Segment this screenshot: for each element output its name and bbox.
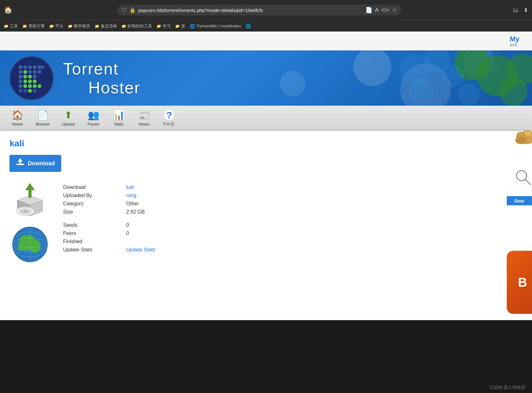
svg-point-47 xyxy=(25,211,26,212)
nav-home-label: Home xyxy=(12,122,23,126)
folder-icon: 📁 xyxy=(121,24,126,28)
download-btn-label: Download xyxy=(28,160,55,167)
nav-faq[interactable]: ? F.A.Q. xyxy=(158,109,180,127)
detail-value-uploader[interactable]: rong xyxy=(126,193,136,198)
detail-value-update-stats[interactable]: Update Stats xyxy=(126,247,156,253)
svg-point-34 xyxy=(399,54,431,85)
svg-rect-37 xyxy=(16,164,24,165)
detail-label-finished: Finished xyxy=(63,239,126,244)
sidebar-widget-icon: B xyxy=(518,275,527,290)
svg-point-5 xyxy=(41,65,44,69)
browser-content: My IATA xyxy=(0,32,532,320)
pocket-icon[interactable]: 🗂 xyxy=(513,7,518,14)
nav-forum-label: Forum xyxy=(88,122,100,126)
forum-icon: 👥 xyxy=(88,109,99,120)
address-bar-container: 🛡 🔒 popcorn.htb/torrent/torrents.php?mod… xyxy=(117,5,401,15)
svg-point-14 xyxy=(33,75,37,79)
bookmark-tools[interactable]: 📁 工具 xyxy=(4,23,18,29)
svg-point-26 xyxy=(28,89,32,93)
news-icon: 📰 xyxy=(138,109,150,120)
browser-home-icon[interactable]: 🏠 xyxy=(4,6,12,14)
bookmark-study[interactable]: 📁 教学相关 xyxy=(68,23,90,29)
reader-mode-icon[interactable]: 📄 xyxy=(365,7,372,14)
bookmark-learn[interactable]: 📁 学习 xyxy=(157,23,171,29)
user-avatar-icon xyxy=(510,128,532,153)
svg-point-28 xyxy=(455,50,489,80)
svg-point-1 xyxy=(23,65,27,69)
header-decoration xyxy=(390,50,532,106)
detail-row-peers: Peers 0 xyxy=(63,231,523,236)
folder-icon: 📁 xyxy=(4,24,9,28)
svg-point-6 xyxy=(19,70,22,74)
svg-point-9 xyxy=(33,70,37,74)
devtools-icon[interactable]: </> xyxy=(381,7,389,14)
globe-icon xyxy=(11,226,49,263)
my-account-sub: IATA xyxy=(510,43,519,47)
svg-point-20 xyxy=(23,84,27,88)
bookmark-platform[interactable]: 📁 平台 xyxy=(49,23,63,29)
site-title: Torrent Hoster xyxy=(63,59,140,97)
download-manager-icon[interactable]: ⬇ xyxy=(523,7,528,14)
detail-row-download: Download kali xyxy=(63,185,523,190)
address-text[interactable]: popcorn.htb/torrent/torrents.php?mode=de… xyxy=(138,8,363,13)
browse-icon: 📄 xyxy=(37,109,49,120)
detail-value-seeds: 0 xyxy=(126,222,129,228)
detail-value-peers: 0 xyxy=(126,231,129,236)
svg-point-12 xyxy=(23,75,27,79)
logo-svg xyxy=(14,61,49,96)
svg-point-15 xyxy=(19,79,22,83)
svg-rect-39 xyxy=(19,159,21,162)
detail-label-category: Category xyxy=(63,201,126,207)
folder-icon: 📁 xyxy=(49,24,54,28)
bookmark-food[interactable]: 📁 菜 xyxy=(175,23,185,29)
nav-upload-label: Upload xyxy=(62,122,75,126)
download-btn-icon xyxy=(16,158,25,169)
svg-point-30 xyxy=(507,54,532,85)
site-title-line2: Hoster xyxy=(63,78,140,97)
user-avatar-area xyxy=(510,128,532,153)
globe2-icon: 🌐 xyxy=(245,24,251,29)
detail-value-category: Other xyxy=(126,201,139,207)
site-header: Torrent Hoster xyxy=(0,50,532,106)
search-input-container xyxy=(507,186,532,196)
browser-right-icons: 🗂 ⬇ xyxy=(513,7,528,14)
detail-row-category: Category Other xyxy=(63,201,523,207)
torrent-details: Download kali Uploaded By rong Category … xyxy=(9,181,523,263)
sidebar-widget: B xyxy=(507,251,532,320)
site-title-line1: Torrent xyxy=(63,59,140,78)
nav-browse[interactable]: 📄 Browse xyxy=(32,108,54,128)
detail-label-update-stats: Update Stats xyxy=(63,247,126,253)
folder-icon: 📁 xyxy=(157,24,161,28)
details-table: Download kali Uploaded By rong Category … xyxy=(63,181,523,263)
translate-icon[interactable]: A xyxy=(375,7,379,14)
bookmark-tools2[interactable]: 📁 好用的好工具 xyxy=(121,23,152,29)
page-content: kali Download xyxy=(0,131,532,320)
upload-icon: ⬆ xyxy=(64,109,72,120)
search-button[interactable]: Sear xyxy=(507,196,532,205)
svg-point-32 xyxy=(425,50,450,73)
nav-home[interactable]: 🏠 Home xyxy=(6,108,28,128)
bookmark-memo[interactable]: 📁 备忘清单 xyxy=(95,23,117,29)
nav-news[interactable]: 📰 News xyxy=(133,108,155,128)
nav-upload[interactable]: ⬆ Upload xyxy=(57,108,79,128)
nav-bar: 🏠 Home 📄 Browse ⬆ Upload 👥 Forum 📊 Stats… xyxy=(0,106,532,131)
search-input[interactable] xyxy=(507,186,532,196)
torrent-download-icon xyxy=(9,181,50,216)
shield-icon: 🛡 xyxy=(122,7,127,13)
folder-icon: 📁 xyxy=(68,24,73,28)
bookmark-darkengine[interactable]: 📁 黑暗引擎 xyxy=(22,23,45,29)
detail-value-size: 2.92 GB xyxy=(126,209,145,215)
search-area: Sear xyxy=(507,169,532,205)
my-account-area: My IATA xyxy=(510,35,519,47)
download-button[interactable]: Download xyxy=(9,155,61,172)
nav-forum[interactable]: 👥 Forum xyxy=(82,108,104,128)
svg-point-64 xyxy=(518,173,525,179)
bookmarks-bar: 📁 工具 📁 黑暗引擎 📁 平台 📁 教学相关 📁 备忘清单 📁 好用的好工具 … xyxy=(0,20,532,32)
svg-point-25 xyxy=(23,89,27,93)
detail-value-download[interactable]: kali xyxy=(126,185,134,190)
bookmark-globe-end[interactable]: 🌐 xyxy=(245,24,251,29)
bookmark-star-icon[interactable]: ☆ xyxy=(392,7,397,14)
bookmark-tryhackme[interactable]: 🌐 TryHackMe | Hacktivities xyxy=(190,24,241,29)
my-account-text[interactable]: My xyxy=(510,35,519,43)
nav-stats[interactable]: 📊 Stats xyxy=(108,108,130,128)
